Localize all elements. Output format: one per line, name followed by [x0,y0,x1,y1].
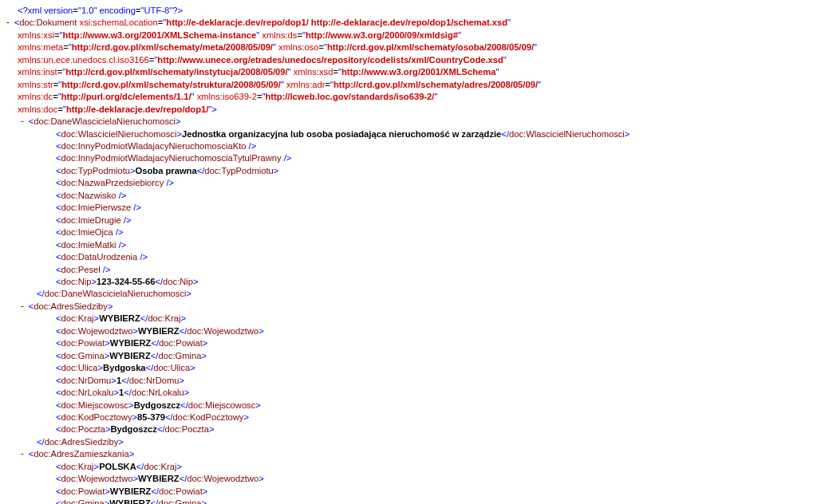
xml-element: <doc:Powiat>WYBIERZ</doc:Powiat> [6,337,811,349]
xml-element: <doc:Pesel /> [6,264,811,276]
xml-element: <doc:Kraj>POLSKA</doc:Kraj> [6,461,811,473]
xml-element: <doc:WlascicielNieruchomosci>Jednostka o… [6,128,811,140]
root-attr-row: xmlns:un.ece.unedocs.cl.iso3166="http://… [6,54,811,66]
xml-element: <doc:Gmina>WYBIERZ</doc:Gmina> [6,498,811,504]
xml-element: <doc:Ulica>Bydgoska</doc:Ulica> [6,362,811,374]
xml-element: <doc:Kraj>WYBIERZ</doc:Kraj> [6,313,811,325]
xml-element: <doc:DataUrodzenia /> [6,251,811,263]
block-close: </doc:DaneWlascicielaNieruchomosci> [6,288,811,300]
block-open[interactable]: -<doc:AdresSiedziby> [6,301,811,313]
block-open[interactable]: -<doc:DaneWlascicielaNieruchomosci> [6,116,811,128]
xml-element: <doc:Gmina>WYBIERZ</doc:Gmina> [6,350,811,362]
xml-element: <doc:ImieOjca /> [6,226,811,238]
xml-element: <doc:Wojewodztwo>WYBIERZ</doc:Wojewodztw… [6,473,811,485]
root-attr-row: xmlns:meta="http://crd.gov.pl/xml/schema… [6,41,811,53]
xml-element: <doc:Nip>123-324-55-66</doc:Nip> [6,276,811,288]
xml-element: <doc:NrLokalu>1</doc:NrLokalu> [6,387,811,399]
xml-source-view: <?xml version="1.0" encoding="UTF-8"?>-<… [6,5,811,504]
root-attr-row: xmlns:str="http://crd.gov.pl/xml/schemat… [6,79,811,91]
root-attr-row: xmlns:doc="http://e-deklaracje.dev/repo/… [6,104,811,116]
root-open[interactable]: -<doc:Dokument xsi:schemaLocation="http:… [6,17,811,29]
block-open[interactable]: -<doc:AdresZamieszkania> [6,448,811,460]
xml-element: <doc:KodPocztowy>85-379</doc:KodPocztowy… [6,411,811,423]
xml-declaration: <?xml version="1.0" encoding="UTF-8"?> [6,5,811,17]
xml-element: <doc:NazwaPrzedsiebiorcy /> [6,177,811,189]
root-attr-row: xmlns:dc="http://purl.org/dc/elements/1.… [6,91,811,103]
xml-element: <doc:NrDomu>1</doc:NrDomu> [6,375,811,387]
xml-element: <doc:Nazwisko /> [6,190,811,202]
xml-element: <doc:ImieDrugie /> [6,215,811,226]
xml-element: <doc:ImieMatki /> [6,239,811,251]
xml-element: <doc:InnyPodmiotWladajacyNieruchomosciaK… [6,140,811,152]
root-attr-row: xmlns:inst="http://crd.gov.pl/xml/schema… [6,66,811,78]
block-close: </doc:AdresSiedziby> [6,436,811,448]
xml-element: <doc:Powiat>WYBIERZ</doc:Powiat> [6,486,811,498]
xml-element: <doc:Wojewodztwo>WYBIERZ</doc:Wojewodztw… [6,325,811,337]
root-attr-row: xmlns:xsi="http://www.w3.org/2001/XMLSch… [6,30,811,41]
xml-element: <doc:TypPodmiotu>Osoba prawna</doc:TypPo… [6,165,811,177]
xml-element: <doc:InnyPodmiotWladajacyNieruchomosciaT… [6,152,811,164]
xml-element: <doc:ImiePierwsze /> [6,202,811,214]
xml-element: <doc:Poczta>Bydgoszcz</doc:Poczta> [6,423,811,435]
xml-element: <doc:Miejscowosc>Bydgoszcz</doc:Miejscow… [6,400,811,411]
